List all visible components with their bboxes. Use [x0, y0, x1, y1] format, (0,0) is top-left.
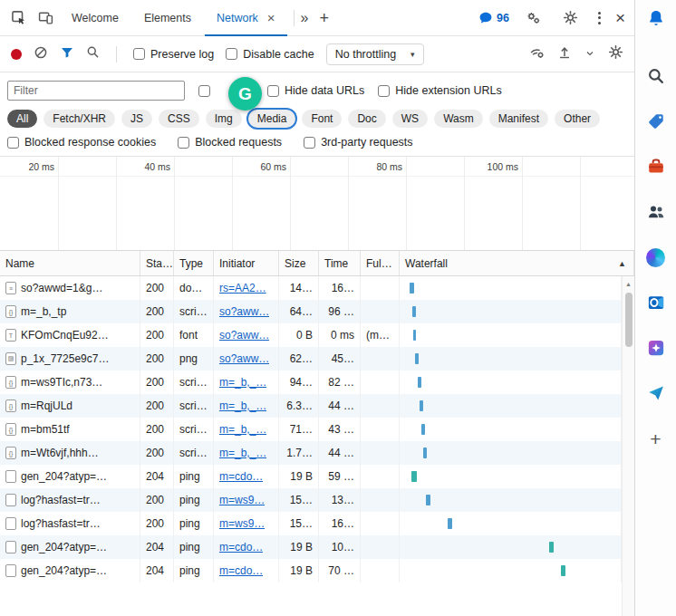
network-conditions-icon[interactable] [529, 44, 545, 63]
table-row[interactable]: ≡so?awwd=1&g…200do…rs=AA2…14…16… [0, 276, 622, 300]
waterfall-bar[interactable] [448, 518, 452, 529]
scrollbar-thumb[interactable] [625, 293, 633, 347]
people-icon[interactable] [645, 201, 667, 223]
filter-type-all[interactable]: All [7, 110, 37, 128]
tab-welcome[interactable]: Welcome [60, 0, 130, 36]
hide-data-urls-checkbox[interactable]: Hide data URLs [267, 84, 364, 97]
column-header-waterfall[interactable]: Waterfall ▲ [400, 251, 634, 275]
table-row[interactable]: {}m=_b,_tp200scri…so?aww…64…96 … [0, 300, 622, 323]
waterfall-cell[interactable] [400, 323, 622, 347]
device-emulation-icon[interactable] [33, 5, 58, 31]
request-name-cell[interactable]: ≡so?awwd=1&g… [0, 276, 140, 300]
outlook-icon[interactable] [645, 292, 667, 313]
throttling-dropdown[interactable]: No throttling ▾ [326, 43, 424, 65]
filter-type-manifest[interactable]: Manifest [489, 110, 548, 128]
initiator-link[interactable]: m=ws9… [219, 517, 265, 530]
waterfall-cell[interactable] [400, 441, 622, 465]
request-name-cell[interactable]: {}m=_b,_tp [0, 300, 140, 323]
initiator-link[interactable]: m=_b,_… [219, 447, 266, 459]
column-header-name[interactable]: Name [0, 251, 140, 275]
column-header-initiator[interactable]: Initiator [214, 251, 279, 275]
close-tab-icon[interactable]: × [267, 11, 275, 24]
invert-checkbox[interactable] [198, 85, 210, 97]
gears-icon[interactable] [521, 5, 546, 31]
request-name-cell[interactable]: gen_204?atyp=… [0, 559, 140, 582]
waterfall-cell[interactable] [400, 559, 622, 582]
search-icon[interactable] [645, 65, 667, 87]
filter-type-wasm[interactable]: Wasm [434, 110, 483, 128]
inspect-element-icon[interactable] [5, 5, 31, 31]
shopping-tag-icon[interactable] [645, 111, 667, 132]
chevron-down-icon[interactable] [584, 46, 595, 63]
waterfall-bar[interactable] [412, 306, 416, 317]
waterfall-bar[interactable] [421, 424, 425, 435]
waterfall-cell[interactable] [400, 300, 622, 323]
request-name-cell[interactable]: log?hasfast=tr… [0, 512, 140, 535]
request-name-cell[interactable]: gen_204?atyp=… [0, 535, 140, 559]
waterfall-bar[interactable] [411, 471, 417, 482]
column-header-type[interactable]: Type [174, 251, 214, 275]
kebab-menu-icon[interactable] [595, 9, 604, 27]
initiator-link[interactable]: so?aww… [219, 352, 269, 365]
m365-icon[interactable] [645, 337, 667, 359]
waterfall-cell[interactable] [400, 488, 622, 512]
overview-strip[interactable]: 20 ms40 ms60 ms80 ms100 ms [0, 157, 634, 251]
table-row[interactable]: gen_204?atyp=…204pingm=cdo…19 B59 … [0, 465, 622, 488]
filter-type-fetch-xhr[interactable]: Fetch/XHR [43, 110, 115, 128]
initiator-link[interactable]: so?aww… [219, 305, 269, 318]
copilot-icon[interactable] [645, 246, 667, 268]
table-row[interactable]: gen_204?atyp=…204pingm=cdo…19 B70 … [0, 559, 622, 582]
request-name-cell[interactable]: {}m=ws9TIc,n73… [0, 371, 140, 394]
waterfall-cell[interactable] [400, 347, 622, 371]
table-row[interactable]: TKFOmCnqEu92…200fontso?aww…0 B0 ms(m… [0, 323, 622, 347]
initiator-link[interactable]: rs=AA2… [219, 282, 266, 294]
filter-type-img[interactable]: Img [206, 110, 242, 128]
initiator-link[interactable]: m=cdo… [219, 541, 263, 553]
table-row[interactable]: log?hasfast=tr…200pingm=ws9…15…13… [0, 488, 622, 512]
waterfall-cell[interactable] [400, 276, 622, 300]
waterfall-cell[interactable] [400, 465, 622, 488]
table-row[interactable]: {}m=RqjULd200scri…m=_b,_…6.3…44 … [0, 394, 622, 418]
request-name-cell[interactable]: TKFOmCnqEu92… [0, 323, 140, 347]
clear-network-log-icon[interactable] [34, 45, 48, 63]
waterfall-bar[interactable] [415, 353, 419, 364]
waterfall-bar[interactable] [420, 400, 423, 411]
initiator-link[interactable]: so?aww… [219, 329, 269, 342]
table-scrollbar[interactable]: ▲ [622, 276, 634, 616]
feedback-button[interactable]: 96 [478, 11, 509, 25]
waterfall-bar[interactable] [418, 377, 421, 388]
waterfall-cell[interactable] [400, 535, 622, 559]
waterfall-bar[interactable] [423, 448, 427, 458]
table-row[interactable]: log?hasfast=tr…200pingm=ws9…15…16… [0, 512, 622, 535]
filter-type-font[interactable]: Font [302, 110, 342, 128]
network-settings-gear-icon[interactable] [608, 44, 623, 63]
initiator-link[interactable]: m=ws9… [219, 494, 265, 506]
record-network-log-button[interactable] [11, 49, 22, 60]
request-name-cell[interactable]: log?hasfast=tr… [0, 488, 140, 512]
filter-type-other[interactable]: Other [555, 110, 600, 128]
initiator-link[interactable]: m=cdo… [219, 564, 263, 577]
scroll-up-icon[interactable]: ▲ [625, 276, 632, 287]
hide-extension-urls-checkbox[interactable]: Hide extension URLs [378, 84, 501, 97]
search-network-icon[interactable] [86, 45, 100, 63]
preserve-log-checkbox[interactable]: Preserve log [133, 48, 214, 61]
close-devtools-icon[interactable]: × [615, 9, 625, 26]
filter-input[interactable] [7, 81, 185, 101]
request-name-cell[interactable]: {}m=RqjULd [0, 394, 140, 418]
tab-network[interactable]: Network× [205, 0, 287, 36]
waterfall-bar[interactable] [561, 565, 565, 576]
disable-cache-checkbox[interactable]: Disable cache [226, 48, 314, 61]
third-party-requests-checkbox[interactable]: 3rd-party requests [304, 136, 412, 149]
waterfall-bar[interactable] [426, 495, 430, 505]
notifications-bell-icon[interactable] [645, 7, 667, 29]
initiator-link[interactable]: m=_b,_… [219, 399, 266, 412]
waterfall-bar[interactable] [549, 542, 554, 553]
request-name-cell[interactable]: gen_204?atyp=… [0, 465, 140, 488]
filter-type-ws[interactable]: WS [392, 110, 428, 128]
tab-elements[interactable]: Elements [132, 0, 203, 36]
table-row[interactable]: gen_204?atyp=…204pingm=cdo…19 B10… [0, 535, 622, 559]
initiator-link[interactable]: m=cdo… [219, 470, 263, 483]
add-tab-icon[interactable]: + [320, 10, 330, 26]
waterfall-cell[interactable] [400, 371, 622, 394]
table-row[interactable]: {}m=Wt6vjf,hhh…200scri…m=_b,_…1.7…44 … [0, 441, 622, 465]
